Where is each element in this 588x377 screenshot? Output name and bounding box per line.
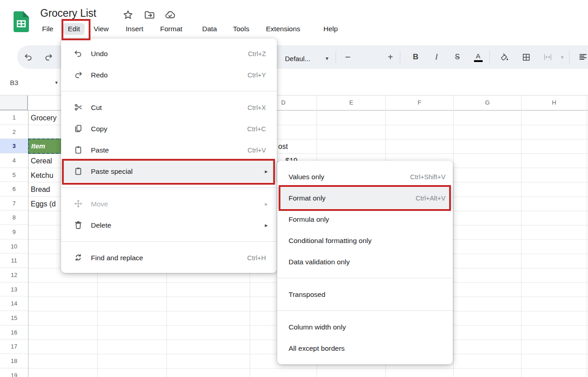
menubar-item-insert[interactable]: Insert <box>126 25 143 33</box>
menu-item-cut[interactable]: CutCtrl+X <box>61 97 277 118</box>
menu-item-values-only[interactable]: Values onlyCtrl+Shift+V <box>277 166 453 187</box>
cell-b7[interactable]: Eggs (d <box>31 197 56 211</box>
menu-separator <box>277 310 453 311</box>
paste-special-submenu: Values onlyCtrl+Shift+VFormat onlyCtrl+A… <box>277 161 453 364</box>
row-header-1[interactable]: 1 <box>0 110 28 125</box>
decrease-font-size-button[interactable]: − <box>342 51 354 63</box>
redo-icon <box>74 70 84 80</box>
row-header-10[interactable]: 10 <box>0 239 28 254</box>
row-header-15[interactable]: 15 <box>0 311 28 325</box>
column-header-f[interactable]: F <box>385 95 453 110</box>
document-title[interactable]: Grocery List <box>40 7 96 19</box>
cell-b4[interactable]: Cereal <box>31 154 52 168</box>
menu-item-move[interactable]: Move▸ <box>61 193 277 215</box>
italic-button[interactable]: I <box>431 51 442 63</box>
row-header-14[interactable]: 14 <box>0 296 28 311</box>
row-header-6[interactable]: 6 <box>0 182 28 196</box>
toolbar-separator <box>400 51 400 63</box>
menu-item-transposed[interactable]: Transposed <box>277 284 453 305</box>
menu-separator <box>277 278 453 278</box>
row-header-3[interactable]: 3 <box>0 139 28 153</box>
undo-icon <box>74 49 84 59</box>
menu-item-formula-only[interactable]: Formula only <box>277 209 453 230</box>
fill-color-button[interactable] <box>498 51 510 63</box>
column-header-g[interactable]: G <box>453 95 521 110</box>
menu-item-shortcut: Ctrl+C <box>247 125 266 133</box>
row-header-2[interactable]: 2 <box>0 125 28 139</box>
row-header-16[interactable]: 16 <box>0 325 28 340</box>
strikethrough-button[interactable]: S <box>451 51 463 63</box>
borders-button[interactable] <box>520 51 532 63</box>
find-replace-icon <box>74 253 84 263</box>
menubar-item-tools[interactable]: Tools <box>233 25 249 33</box>
menubar-item-help[interactable]: Help <box>323 25 338 33</box>
menu-item-conditional-formatting-only[interactable]: Conditional formatting only <box>277 230 453 251</box>
column-header-h[interactable]: H <box>521 95 587 110</box>
cell-b5[interactable]: Ketchu <box>31 168 53 182</box>
cell-b3-selected-copied[interactable]: Item <box>28 138 63 154</box>
menubar-item-extensions[interactable]: Extensions <box>266 25 300 33</box>
menu-item-label: Delete <box>91 221 265 229</box>
google-sheets-window: Grocery List File Edit View Insert Forma… <box>0 0 588 377</box>
copy-icon <box>74 124 84 134</box>
merge-dropdown-icon[interactable]: ▾ <box>556 51 568 63</box>
row-header-13[interactable]: 13 <box>0 282 28 297</box>
menubar-item-file[interactable]: File <box>42 25 53 33</box>
text-color-button[interactable]: A <box>472 51 484 63</box>
row-header-18[interactable]: 18 <box>0 354 28 368</box>
cell-b1[interactable]: Grocery <box>31 111 57 125</box>
select-all-corner[interactable] <box>0 95 28 110</box>
align-left-button[interactable] <box>577 51 588 63</box>
menu-item-find-and-replace[interactable]: Find and replaceCtrl+H <box>61 247 277 268</box>
name-box-caret-icon[interactable]: ▾ <box>55 80 58 86</box>
menu-item-label: Copy <box>91 125 247 133</box>
menubar-item-edit[interactable]: Edit <box>63 23 85 35</box>
row-header-19[interactable]: 19 <box>0 368 28 377</box>
menu-item-label: Format only <box>289 194 416 202</box>
menubar-item-format[interactable]: Format <box>160 25 182 33</box>
menu-item-paste-special[interactable]: Paste special▸ <box>61 161 277 182</box>
redo-button[interactable] <box>43 51 54 63</box>
star-icon[interactable] <box>123 10 133 20</box>
edit-menu: UndoCtrl+ZRedoCtrl+YCutCtrl+XCopyCtrl+CP… <box>61 38 277 273</box>
menu-item-data-validation-only[interactable]: Data validation only <box>277 251 453 272</box>
menubar-item-view[interactable]: View <box>94 25 109 33</box>
row-header-5[interactable]: 5 <box>0 168 28 182</box>
row-header-9[interactable]: 9 <box>0 225 28 239</box>
column-header-e[interactable]: E <box>317 95 385 110</box>
menubar-item-data[interactable]: Data <box>202 25 217 33</box>
toolbar-separator <box>489 51 490 63</box>
gridline <box>453 95 454 377</box>
name-box[interactable]: B3 <box>10 79 18 86</box>
menu-item-column-width-only[interactable]: Column width only <box>277 316 453 338</box>
submenu-arrow-icon: ▸ <box>265 168 268 175</box>
cloud-saved-icon[interactable] <box>165 10 175 20</box>
row-header-17[interactable]: 17 <box>0 339 28 354</box>
menu-item-format-only[interactable]: Format onlyCtrl+Alt+V <box>277 187 453 209</box>
cell-b6[interactable]: Bread <box>31 182 50 196</box>
row-headers: 12345678910111213141516171819 <box>0 110 28 377</box>
menu-item-copy[interactable]: CopyCtrl+C <box>61 118 277 139</box>
cell-d3[interactable]: ost <box>278 139 288 153</box>
row-header-4[interactable]: 4 <box>0 153 28 168</box>
menu-item-delete[interactable]: Delete▸ <box>61 215 277 236</box>
menu-item-redo[interactable]: RedoCtrl+Y <box>61 64 277 86</box>
move-folder-icon[interactable] <box>144 10 155 20</box>
menu-item-label: Formula only <box>289 215 453 224</box>
row-header-7[interactable]: 7 <box>0 196 28 211</box>
menu-item-paste[interactable]: PasteCtrl+V <box>61 139 277 161</box>
menu-item-shortcut: Ctrl+H <box>247 254 266 262</box>
chevron-down-icon[interactable]: ▾ <box>321 52 333 64</box>
row-header-8[interactable]: 8 <box>0 210 28 225</box>
bold-button[interactable]: B <box>410 51 422 63</box>
menu-item-undo[interactable]: UndoCtrl+Z <box>61 43 277 64</box>
menu-item-shortcut: Ctrl+V <box>247 147 266 154</box>
undo-button[interactable] <box>23 51 34 63</box>
font-family-dropdown[interactable]: Defaul... <box>285 52 320 64</box>
increase-font-size-button[interactable]: + <box>384 51 396 63</box>
menu-item-all-except-borders[interactable]: All except borders <box>277 338 453 359</box>
row-header-11[interactable]: 11 <box>0 253 28 268</box>
merge-cells-button[interactable] <box>542 51 554 63</box>
row-header-12[interactable]: 12 <box>0 268 28 282</box>
paste-special-icon <box>74 167 84 177</box>
